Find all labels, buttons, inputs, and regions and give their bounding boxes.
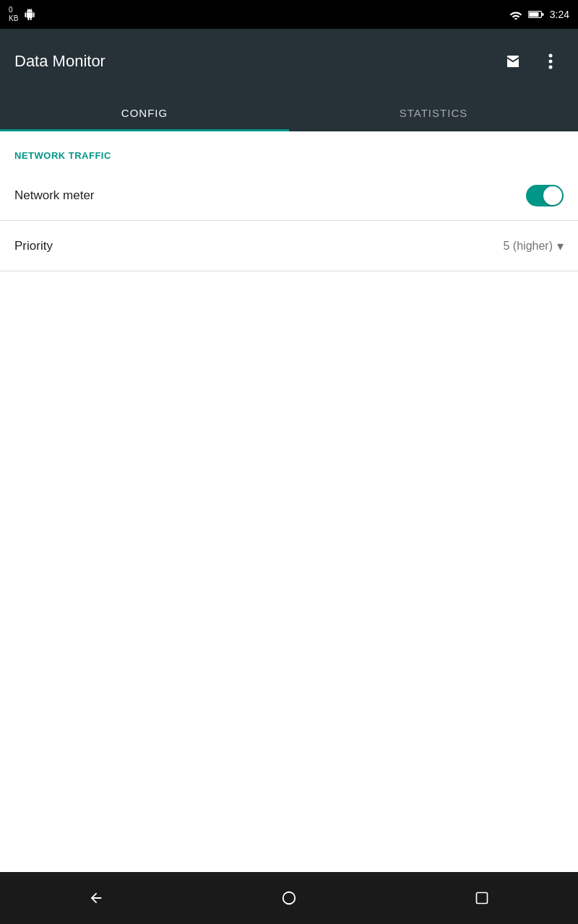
svg-point-5: [549, 66, 553, 69]
svg-point-4: [549, 60, 553, 64]
battery-icon: [528, 10, 544, 19]
network-traffic-title: NETWORK TRAFFIC: [14, 150, 111, 161]
more-options-button[interactable]: [538, 48, 564, 74]
tab-config[interactable]: CONFIG: [0, 94, 289, 131]
svg-rect-2: [542, 13, 544, 16]
tab-bar: CONFIG STATISTICS: [0, 94, 578, 131]
tab-statistics[interactable]: STATISTICS: [289, 94, 578, 131]
dropdown-arrow-icon: ▾: [557, 238, 564, 254]
app-bar-actions: [500, 48, 564, 74]
priority-label: Priority: [14, 239, 53, 253]
network-meter-toggle[interactable]: [526, 185, 564, 206]
svg-point-6: [283, 892, 296, 905]
app-title: Data Monitor: [14, 52, 105, 71]
network-meter-row: Network meter: [0, 170, 578, 221]
time-display: 3:24: [550, 9, 569, 20]
toggle-knob: [543, 186, 562, 205]
status-bar: 0 KB 3:24: [0, 0, 578, 29]
app-bar: Data Monitor: [0, 29, 578, 94]
priority-value: 5 (higher): [504, 240, 553, 253]
recents-button[interactable]: [464, 880, 500, 916]
status-bar-right: 3:24: [509, 9, 569, 20]
status-bar-left: 0 KB: [9, 6, 35, 23]
priority-dropdown[interactable]: 5 (higher) ▾: [504, 238, 564, 254]
android-icon: [24, 9, 35, 20]
svg-rect-1: [529, 12, 538, 17]
network-traffic-section-header: NETWORK TRAFFIC: [0, 131, 578, 170]
network-meter-label: Network meter: [14, 188, 95, 203]
navigation-bar: [0, 872, 578, 924]
svg-point-3: [549, 54, 553, 58]
svg-rect-7: [476, 893, 487, 904]
priority-row[interactable]: Priority 5 (higher) ▾: [0, 221, 578, 271]
store-button[interactable]: [500, 48, 526, 74]
wifi-icon: [509, 9, 522, 19]
back-button[interactable]: [78, 880, 114, 916]
data-usage-text: 0 KB: [9, 6, 18, 23]
home-button[interactable]: [271, 880, 307, 916]
content-area: NETWORK TRAFFIC Network meter Priority 5…: [0, 131, 578, 872]
